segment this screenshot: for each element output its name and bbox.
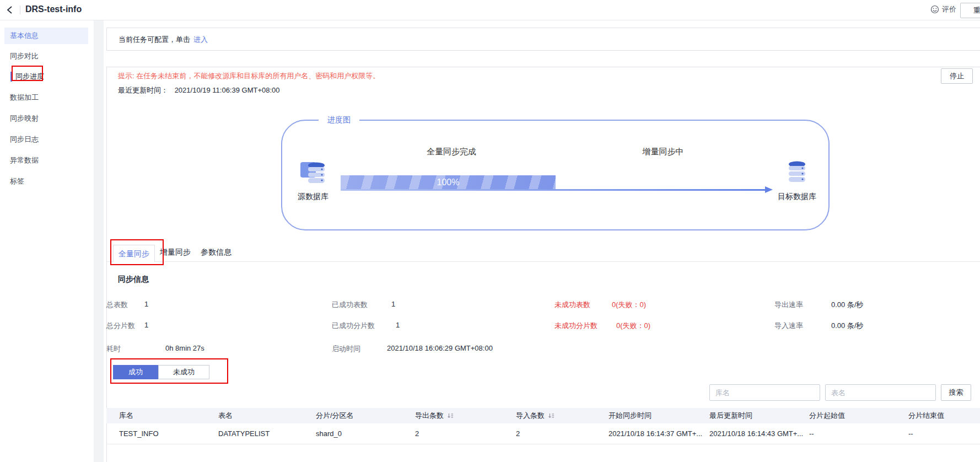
source-database-icon (286, 158, 341, 186)
stat-failed-tables-value: 0(失败：0) (612, 300, 646, 310)
stat-export-rate-value: 0.00 条/秒 (831, 300, 864, 310)
feedback-button[interactable]: 评价 (930, 4, 956, 14)
drs-task-detail-screen: DRS-test-info 评价 重 基本信息 同步对比 同步进度 数据加工 同… (0, 0, 980, 462)
title-divider (20, 6, 20, 14)
stat-success-shards-label: 已成功分片数 (332, 321, 375, 331)
partial-action-button[interactable]: 重 (960, 3, 980, 18)
full-sync-status-label: 全量同步完成 (405, 147, 498, 157)
progress-diagram-legend: 进度图 (319, 114, 359, 125)
cell-shard-end-value: -- (908, 429, 980, 438)
stat-success-tables-value: 1 (391, 300, 395, 308)
progress-percent-label: 100% (437, 178, 460, 187)
col-header-import-count: 导入条数 (516, 411, 609, 421)
table-header-row: 库名 表名 分片/分区名 导出条数 导入条数 开始同步时间 最后更新时间 分片起… (106, 408, 980, 423)
sync-info-title: 同步信息 (118, 275, 149, 284)
table-name-search-input[interactable] (825, 384, 936, 401)
sidebar-item-abnormal-data[interactable]: 异常数据 (4, 152, 88, 169)
sort-icon[interactable] (447, 412, 454, 419)
stat-failed-shards-label: 未成功分片数 (554, 321, 597, 331)
source-database-group: 源数据库 (286, 158, 341, 202)
stat-failed-tables-label: 未成功表数 (554, 300, 590, 310)
db-name-search-input[interactable] (709, 384, 820, 401)
filter-success-button[interactable]: 成功 (113, 365, 158, 379)
sidebar-item-tags[interactable]: 标签 (4, 173, 88, 190)
stat-import-rate-value: 0.00 条/秒 (831, 321, 864, 331)
sidebar-item-sync-log[interactable]: 同步日志 (4, 131, 88, 148)
stat-total-tables-value: 1 (144, 300, 148, 308)
col-header-shard-start-value: 分片起始值 (809, 411, 908, 421)
page-title: DRS-test-info (25, 4, 82, 14)
stat-start-time-label: 启动时间 (332, 344, 360, 354)
stop-button[interactable]: 停止 (941, 68, 973, 84)
incremental-sync-status-label: 增量同步中 (616, 147, 710, 157)
col-header-last-update-time: 最后更新时间 (709, 411, 809, 421)
target-database-label: 目标数据库 (769, 192, 825, 202)
target-database-group: 目标数据库 (769, 159, 825, 202)
stat-total-tables-label: 总表数 (106, 300, 128, 310)
cell-shard-start-value: -- (809, 429, 908, 438)
tab-incremental-sync[interactable]: 增量同步 (160, 248, 191, 257)
cell-import-count: 2 (516, 429, 609, 438)
config-notice-bar: 当前任务可配置，单击进入 (106, 28, 980, 51)
tab-full-sync[interactable]: 全量同步 (113, 245, 155, 262)
sidebar-nav: 基本信息 同步对比 同步进度 数据加工 同步映射 同步日志 异常数据 标签 (0, 20, 94, 462)
warning-text: 提示: 在任务未结束前，不能修改源库和目标库的所有用户名、密码和用户权限等。 (118, 71, 380, 81)
col-header-db-name: 库名 (119, 411, 218, 421)
smiley-icon (930, 5, 939, 14)
stat-total-shards-value: 1 (144, 321, 148, 329)
stat-success-shards-value: 1 (396, 321, 400, 329)
cell-export-count: 2 (415, 429, 516, 438)
sidebar-item-sync-progress[interactable]: 同步进度 (4, 68, 88, 85)
cell-start-sync-time: 2021/10/18 16:14:37 GMT+... (609, 429, 709, 438)
cell-table-name: DATATYPELIST (218, 429, 316, 438)
feedback-label: 评价 (942, 4, 956, 14)
notice-text: 当前任务可配置，单击 (119, 35, 190, 44)
target-database-icon (769, 159, 825, 186)
cell-db-name: TEST_INFO (119, 429, 218, 438)
sidebar-item-basic-info[interactable]: 基本信息 (4, 28, 88, 44)
sidebar-scroll-gutter[interactable] (94, 20, 104, 462)
col-header-shard-end-value: 分片结束值 (908, 411, 980, 421)
stat-failed-shards-value: 0(失败：0) (616, 321, 650, 331)
stat-success-tables-label: 已成功表数 (332, 300, 368, 310)
notice-enter-link[interactable]: 进入 (193, 35, 208, 44)
filter-failed-button[interactable]: 未成功 (158, 365, 209, 379)
search-button[interactable]: 搜索 (941, 384, 971, 401)
sidebar-item-sync-mapping[interactable]: 同步映射 (4, 110, 88, 127)
sidebar-item-sync-compare[interactable]: 同步对比 (4, 48, 88, 65)
table-row: TEST_INFO DATATYPELIST shard_0 2 2 2021/… (106, 423, 980, 444)
tab-bar-underline (106, 261, 980, 262)
col-header-export-count: 导出条数 (415, 411, 516, 421)
sidebar-item-data-processing[interactable]: 数据加工 (4, 89, 88, 106)
source-database-label: 源数据库 (286, 192, 341, 202)
col-header-start-sync-time: 开始同步时间 (609, 411, 709, 421)
stat-elapsed-time-label: 耗时 (106, 344, 121, 354)
stat-start-time-value: 2021/10/18 16:06:29 GMT+08:00 (387, 344, 493, 352)
last-update-value: 2021/10/19 11:06:39 GMT+08:00 (175, 86, 280, 94)
cell-shard-name: shard_0 (316, 429, 415, 438)
stat-total-shards-label: 总分片数 (106, 321, 135, 331)
last-update-row: 最近更新时间： 2021/10/19 11:06:39 GMT+08:00 (118, 85, 280, 95)
cell-last-update-time: 2021/10/18 16:14:43 GMT+... (709, 429, 809, 438)
tab-parameter-info[interactable]: 参数信息 (201, 248, 231, 257)
back-icon[interactable] (4, 4, 17, 15)
stat-elapsed-time-value: 0h 8min 27s (165, 344, 204, 352)
top-bar: DRS-test-info 评价 重 (0, 0, 980, 20)
col-header-shard-name: 分片/分区名 (316, 411, 415, 421)
stat-import-rate-label: 导入速率 (774, 321, 803, 331)
col-header-table-name: 表名 (218, 411, 316, 421)
last-update-label: 最近更新时间： (118, 86, 168, 94)
sort-icon[interactable] (548, 412, 554, 419)
full-sync-progress-bar: 100% (341, 175, 556, 190)
stat-export-rate-label: 导出速率 (774, 300, 803, 310)
sync-flow-line (341, 189, 766, 191)
